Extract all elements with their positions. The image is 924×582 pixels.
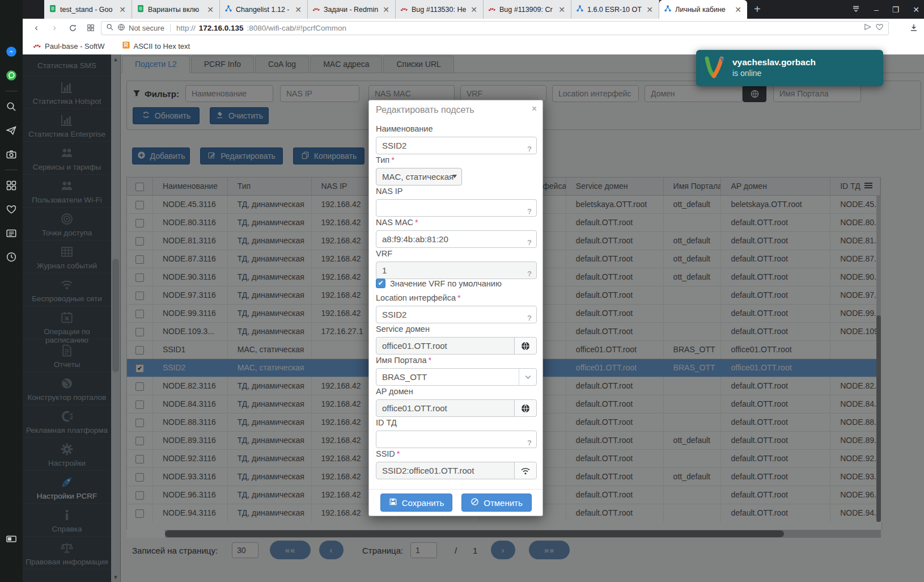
tab-title: Личный кабине [675,6,730,14]
field-label: VRF [376,249,392,258]
bookmark-item[interactable]: Paul-base - SoftW [33,41,105,51]
browser-tab[interactable]: 1.6.0 ESR-10 OTT ✕ [571,0,659,19]
browser-tab[interactable]: Личный кабине ✕ [659,0,747,19]
tab-close-icon[interactable]: ✕ [294,5,303,14]
browser-menu-icon[interactable] [851,4,861,15]
cancel-button[interactable]: Отменить [461,494,532,512]
browser-tab[interactable]: Варианты вклю ✕ [132,0,220,19]
browser-tab[interactable]: Bug #113909: Cr ✕ [484,0,571,19]
help-icon[interactable]: ? [527,203,532,217]
branch-icon [664,5,672,14]
chevron-down-icon [452,175,457,178]
os-dock [0,0,23,582]
field-input[interactable]: BRAS_OTT [376,368,537,386]
edit-subnet-dialog: Редактировать подсеть × Наименование SSI… [368,100,543,516]
minimize-button[interactable]: – [874,5,879,14]
display-icon[interactable] [0,533,23,545]
send-icon[interactable] [0,119,23,142]
download-icon[interactable] [908,22,919,33]
field-label: AP домен [376,387,413,396]
help-icon[interactable]: ? [527,310,532,323]
window-controls: – ❐ ✕ [851,0,919,19]
help-icon[interactable]: ? [527,234,532,248]
tab-close-icon[interactable]: ✕ [118,5,127,14]
field-input[interactable]: ? [376,431,537,448]
field-label: Service домен [376,324,430,334]
wifi-cab-app: Статистика SMS Статистика Hotspot Статис… [23,54,924,582]
field-label: NAS IP [376,187,403,196]
help-icon[interactable]: ? [527,141,532,154]
apps-grid-icon[interactable] [85,22,96,33]
branch-icon [576,5,584,14]
globe-icon [117,23,125,33]
search-icon [106,23,114,33]
reload-icon[interactable] [67,22,78,33]
field-input[interactable]: SSID2? [376,306,537,323]
whatsapp-icon[interactable] [0,64,23,87]
tab-title: Bug #113909: Cr [499,6,554,14]
save-button[interactable]: Сохранить [380,494,452,512]
tab-close-icon[interactable]: ✕ [382,5,391,14]
tab-close-icon[interactable]: ✕ [206,5,215,14]
new-tab-button[interactable]: + [747,3,768,16]
tab-title: Bug #113530: He [412,6,466,14]
browser-tab[interactable]: Задачи - Redmin ✕ [308,0,396,19]
search-icon[interactable] [0,95,23,119]
tab-close-icon[interactable]: ✕ [645,5,654,14]
clock-icon[interactable] [0,245,23,269]
field-label: Location интерфейса* [376,293,461,302]
news-icon[interactable] [0,221,23,245]
messenger-icon[interactable] [0,40,23,64]
wifi-picker-button[interactable] [514,462,537,479]
apps-grid-icon[interactable] [0,174,23,197]
maximize-button[interactable]: ❐ [892,5,900,14]
field-input[interactable]: office01.OTT.root [376,337,537,355]
tab-title: test_stand - Goo [60,6,115,14]
bookmark-label: Paul-base - SoftW [45,42,105,50]
close-window-button[interactable]: ✕ [913,5,919,14]
url-host: 172.16.0.135 [199,24,244,32]
forward-icon[interactable]: › [49,22,60,33]
vrf-default-checkbox[interactable]: ✔ Значение VRF по умолчанию [376,279,502,288]
bookmark-label: ASCII to Hex text [134,42,190,50]
bookmark-item[interactable]: R ASCII to Hex text [122,41,190,51]
help-icon[interactable]: ? [527,435,532,448]
field-input[interactable]: SSID2:office01.OTT.root [376,462,537,479]
address-bar[interactable]: Not secure http://172.16.0.135:8080/wifi… [101,21,889,35]
send-icon[interactable] [863,23,872,33]
chevron-down-icon[interactable] [519,369,536,385]
browser-tab[interactable]: Bug #113530: He ✕ [396,0,484,19]
field-input[interactable]: 1? [376,262,537,279]
field-input[interactable]: a8:f9:4b:ab:81:20? [376,230,537,248]
help-icon[interactable]: ? [527,265,532,279]
svg-text:R: R [124,42,128,48]
required-asterisk: * [415,218,418,227]
heart-icon[interactable] [0,197,23,221]
r-badge-icon: R [122,41,130,51]
globe-picker-button[interactable] [514,337,537,355]
dialog-close-icon[interactable]: × [532,104,537,114]
tab-close-icon[interactable]: ✕ [469,5,478,14]
tab-close-icon[interactable]: ✕ [734,5,743,14]
favorite-heart-icon[interactable] [875,23,884,33]
tab-title: Задачи - Redmin [324,6,378,14]
field-input[interactable]: SSID2? [376,137,537,154]
divider [369,489,542,490]
type-select[interactable]: MAC, статическая [376,168,462,185]
browser-toolbar: ‹ › Not secure http://172.16.0.135:8080/… [23,19,924,38]
back-icon[interactable]: ‹ [31,22,42,33]
field-label: SSID* [376,449,400,458]
globe-picker-button[interactable] [514,399,537,417]
tab-close-icon[interactable]: ✕ [557,5,566,14]
url-path: :8080/wifi-cab/#!pcrfCommon [247,24,346,32]
field-input[interactable]: office01.OTT.root [376,399,537,417]
checkbox-checked-icon[interactable]: ✔ [376,279,385,288]
browser-tab[interactable]: test_stand - Goo ✕ [44,0,132,19]
divider [5,91,18,91]
field-input[interactable]: ? [376,199,537,217]
camera-icon[interactable] [0,142,23,166]
browser-tab[interactable]: Changelist 1.12 - ✕ [220,0,308,19]
required-asterisk: * [397,449,400,458]
field-label: ID ТД [376,418,397,427]
presence-toast[interactable]: vyacheslav.gorbach is online [696,50,883,86]
